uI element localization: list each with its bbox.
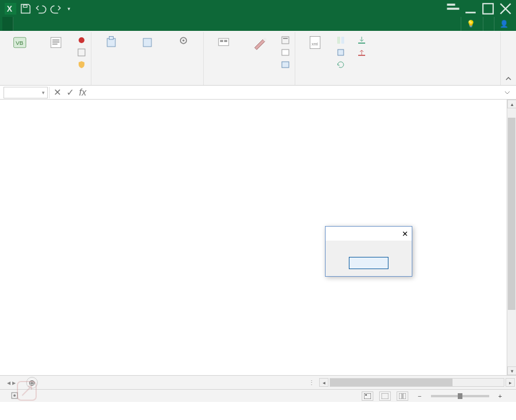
title-bar: X ▾ [0,0,516,17]
chevron-down-icon[interactable]: ▾ [42,90,45,96]
record-macro-button[interactable] [75,34,89,46]
formula-bar: ▾ ✕ ✓ fx [0,86,516,100]
undo-icon[interactable] [35,3,47,15]
addins-button[interactable] [94,33,129,74]
quick-access-toolbar: X ▾ [0,3,77,15]
svg-rect-3 [447,8,460,10]
lightbulb-icon: 💡 [466,20,475,28]
svg-rect-2 [23,5,27,7]
dialog-title-bar[interactable]: ✕ [326,227,412,241]
excel-addins-button[interactable] [130,33,165,74]
dialog-message [326,241,412,252]
message-box: ✕ [325,226,412,277]
svg-rect-23 [282,37,289,44]
scroll-down-button[interactable]: ▾ [507,366,516,375]
svg-text:X: X [7,5,13,13]
svg-rect-33 [358,55,365,56]
svg-rect-10 [52,40,59,41]
svg-rect-22 [224,40,227,43]
svg-rect-29 [337,37,340,44]
redo-icon[interactable] [50,3,62,15]
horizontal-scrollbar[interactable] [330,378,504,387]
svg-rect-39 [399,393,402,399]
maximize-icon[interactable] [480,3,496,15]
macros-button[interactable] [38,33,73,74]
scrollbar-thumb[interactable] [330,379,453,386]
zoom-slider[interactable] [431,395,489,397]
svg-rect-6 [483,3,493,14]
svg-rect-12 [52,44,58,45]
scrollbar-thumb[interactable] [508,118,515,310]
scroll-left-button[interactable]: ◂ [319,378,328,387]
dialog-ok-button[interactable] [349,257,388,269]
xml-source-button[interactable]: xml [298,33,333,74]
svg-rect-40 [403,393,406,399]
scroll-up-button[interactable]: ▴ [507,100,516,108]
svg-rect-31 [338,50,344,55]
com-addins-button[interactable] [166,33,201,74]
save-icon[interactable] [20,3,31,15]
vertical-scrollbar[interactable]: ▴ ▾ [507,100,516,375]
ribbon-tabs: 💡 👤 [0,17,516,31]
svg-rect-21 [220,40,223,43]
tab-file[interactable] [2,17,13,31]
view-code-button[interactable] [278,47,292,58]
page-layout-button[interactable] [379,391,391,401]
svg-rect-30 [341,37,344,44]
minimize-icon[interactable] [462,3,479,15]
ribbon-group-addins [91,32,204,85]
zoom-out-button[interactable]: − [414,393,425,400]
dialog-close-button[interactable]: ✕ [402,230,408,238]
sheet-tab-bar: ◂ ▸ ⊕ ⋮ ◂ ▸ [0,375,516,389]
svg-text:VB: VB [16,40,23,46]
run-dialog-button[interactable] [278,59,292,70]
zoom-in-button[interactable]: + [495,393,506,400]
share-icon: 👤 [500,20,508,28]
ribbon-options-icon[interactable] [445,3,461,15]
qat-customize-icon[interactable]: ▾ [65,3,72,15]
svg-rect-11 [52,41,59,43]
map-properties-button[interactable] [334,34,350,46]
insert-control-button[interactable] [206,33,241,74]
svg-rect-38 [381,393,388,399]
page-break-button[interactable] [397,391,408,401]
import-button[interactable] [355,34,371,46]
svg-rect-32 [358,43,365,44]
svg-rect-26 [282,62,289,68]
enter-formula-button[interactable]: ✓ [63,87,76,98]
svg-rect-5 [465,12,476,13]
svg-rect-17 [143,38,151,47]
expand-formula-bar-button[interactable] [502,87,513,98]
scroll-right-button[interactable]: ▸ [506,378,515,387]
ribbon-group-xml: xml [295,32,501,85]
close-icon[interactable] [497,3,514,15]
formula-input[interactable] [89,87,502,98]
excel-icon: X [5,3,16,15]
share[interactable]: 👤 [494,17,516,31]
ribbon: VB x [0,31,516,86]
svg-rect-25 [282,50,289,55]
refresh-data-button[interactable] [334,59,350,70]
svg-rect-37 [365,394,367,396]
design-mode-button[interactable] [242,33,277,74]
sign-in[interactable] [483,17,494,31]
cancel-formula-button[interactable]: ✕ [51,87,63,98]
relative-refs-button[interactable] [75,47,89,58]
normal-view-button[interactable] [362,391,373,401]
svg-point-19 [182,40,185,42]
ribbon-group-code: VB [0,32,91,85]
expansion-packs-button[interactable] [334,47,350,58]
tell-me[interactable]: 💡 [461,17,483,31]
collapse-ribbon-button[interactable] [501,32,516,85]
spreadsheet-grid[interactable]: ▴ ▾ [0,100,516,375]
properties-button[interactable] [278,34,292,46]
macro-security-button[interactable] [75,59,89,70]
visual-basic-button[interactable]: VB [2,33,37,74]
fx-button[interactable]: fx [76,87,89,98]
ribbon-group-controls [204,32,295,85]
svg-point-13 [79,37,84,43]
watermark [15,379,42,403]
export-button[interactable] [355,47,371,58]
name-box[interactable]: ▾ [3,87,48,98]
svg-rect-14 [78,49,85,56]
